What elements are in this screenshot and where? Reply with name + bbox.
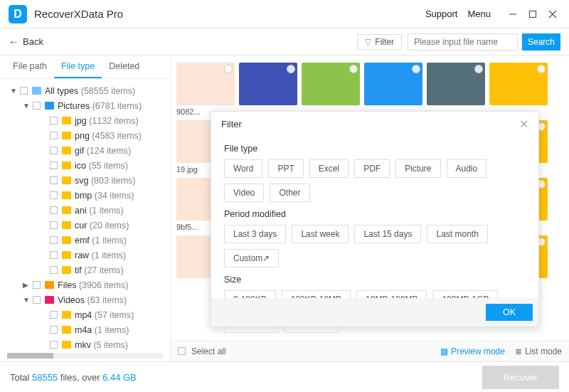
checkbox[interactable] (50, 221, 58, 229)
file-type-chip[interactable]: Video (224, 184, 264, 202)
file-type-chip[interactable]: Excel (309, 159, 349, 178)
preview-mode-button[interactable]: ▦Preview mode (440, 346, 505, 356)
checkbox[interactable] (50, 117, 58, 125)
maximize-icon[interactable] (525, 6, 541, 22)
search-button[interactable]: Search (522, 33, 560, 51)
arrow-left-icon: ← (9, 36, 18, 48)
checkbox[interactable] (50, 147, 58, 154)
thumb-checkbox[interactable] (224, 65, 233, 73)
folder-icon (32, 87, 41, 95)
checkbox[interactable] (50, 266, 58, 274)
tab-deleted[interactable]: Deleted (102, 55, 147, 78)
chevron-down-icon[interactable]: ▼ (10, 87, 17, 95)
checkbox[interactable] (50, 206, 58, 214)
thumb-checkbox[interactable] (349, 65, 358, 73)
minimize-icon[interactable] (505, 6, 521, 22)
list-mode-button[interactable]: ≣List mode (515, 346, 562, 356)
scrollbar-thumb[interactable] (7, 353, 53, 359)
tab-file-path[interactable]: File path (6, 55, 54, 78)
tree-row-ico[interactable]: ·ico (55 items) (3, 158, 167, 173)
horizontal-scrollbar[interactable] (7, 353, 163, 359)
tree-row-all[interactable]: ▼All types (58555 items) (3, 83, 167, 98)
file-type-chip[interactable]: Other (270, 184, 309, 202)
tree-row-files[interactable]: ▶Files (3906 items) (3, 277, 167, 292)
period-chip[interactable]: Last 15 days (354, 225, 421, 243)
filter-button[interactable]: ▽ Filter (357, 34, 402, 50)
status-bar: Total 58555 files, over 6.44 GB Recover (0, 361, 569, 392)
file-type-chip[interactable]: Audio (447, 159, 487, 178)
file-count: 58555 (32, 372, 58, 383)
thumbnail[interactable] (302, 63, 360, 116)
ok-button[interactable]: OK (486, 304, 533, 321)
checkbox[interactable] (50, 191, 58, 199)
tree-row-bmp[interactable]: ·bmp (34 items) (3, 188, 167, 203)
checkbox[interactable] (33, 281, 41, 289)
tree-row-gif[interactable]: ·gif (124 items) (3, 143, 167, 158)
checkbox[interactable] (50, 326, 58, 334)
file-type-chip[interactable]: Word (224, 159, 262, 178)
list-icon: ≣ (515, 346, 522, 356)
tree-row-tif[interactable]: ·tif (27 items) (3, 263, 167, 277)
recover-button[interactable]: Recover (482, 366, 559, 389)
thumbnail[interactable] (427, 63, 485, 116)
checkbox[interactable] (50, 251, 58, 259)
search-input[interactable] (408, 33, 518, 51)
checkbox[interactable] (50, 176, 58, 184)
tree-row-mp4[interactable]: ·mp4 (57 items) (3, 307, 167, 322)
file-type-chip[interactable]: PPT (268, 159, 303, 178)
checkbox[interactable] (20, 87, 28, 95)
total-size: 6.44 GB (102, 372, 137, 383)
select-all-checkbox[interactable] (178, 347, 186, 355)
chevron-down-icon[interactable]: ▼ (23, 102, 30, 110)
folder-icon (62, 251, 71, 259)
tree-row-emf[interactable]: ·emf (1 items) (3, 233, 167, 248)
file-type-chip[interactable]: Picture (395, 159, 440, 178)
tree-row-jpg[interactable]: ·jpg (1132 items) (3, 113, 167, 128)
thumbnail[interactable] (489, 63, 548, 116)
file-tree[interactable]: ▼All types (58555 items) ▼Pictures (6781… (0, 79, 170, 350)
toolbar: ← Back ▽ Filter Search (0, 28, 569, 55)
thumbnail[interactable] (364, 63, 422, 116)
modal-close-icon[interactable]: ✕ (519, 117, 528, 131)
checkbox[interactable] (33, 102, 41, 110)
select-all-label: Select all (191, 346, 226, 356)
checkbox[interactable] (50, 161, 58, 169)
back-button[interactable]: ← Back (9, 36, 43, 48)
thumb-checkbox[interactable] (474, 65, 483, 73)
file-type-chip[interactable]: PDF (354, 159, 390, 178)
support-link[interactable]: Support (425, 9, 458, 19)
tree-row-ani[interactable]: ·ani (1 items) (3, 203, 167, 218)
checkbox[interactable] (33, 296, 41, 304)
tree-row-cur[interactable]: ·cur (20 items) (3, 218, 167, 233)
period-chip[interactable]: Custom↗ (224, 249, 279, 267)
thumb-checkbox[interactable] (412, 65, 420, 73)
folder-icon (62, 221, 71, 229)
tree-row-svg[interactable]: ·svg (803 items) (3, 173, 167, 188)
chevron-right-icon[interactable]: ▶ (23, 281, 30, 289)
tree-row-pictures[interactable]: ▼Pictures (6781 items) (3, 98, 167, 113)
folder-icon (45, 102, 54, 110)
close-icon[interactable] (545, 6, 560, 22)
checkbox[interactable] (50, 341, 58, 349)
thumb-checkbox[interactable] (287, 65, 295, 73)
folder-icon (62, 176, 71, 184)
section-size: Size (224, 275, 526, 285)
thumbnail[interactable] (239, 63, 297, 116)
tree-row-mkv[interactable]: ·mkv (5 items) (3, 337, 167, 350)
tree-row-png[interactable]: ·png (4583 items) (3, 128, 167, 143)
period-chip[interactable]: Last month (427, 225, 487, 243)
tree-row-videos[interactable]: ▼Videos (63 items) (3, 292, 167, 307)
thumbnail[interactable]: 9082... (176, 63, 235, 116)
folder-icon (62, 341, 71, 349)
chevron-down-icon[interactable]: ▼ (23, 296, 30, 304)
checkbox[interactable] (50, 311, 58, 319)
checkbox[interactable] (50, 132, 58, 139)
period-chip[interactable]: Last 3 days (224, 225, 286, 243)
tree-row-m4a[interactable]: ·m4a (1 items) (3, 322, 167, 337)
period-chip[interactable]: Last week (292, 225, 349, 243)
checkbox[interactable] (50, 236, 58, 244)
menu-link[interactable]: Menu (467, 9, 491, 19)
thumb-checkbox[interactable] (537, 65, 546, 73)
tree-row-raw[interactable]: ·raw (1 items) (3, 248, 167, 263)
tab-file-type[interactable]: File type (54, 55, 102, 78)
